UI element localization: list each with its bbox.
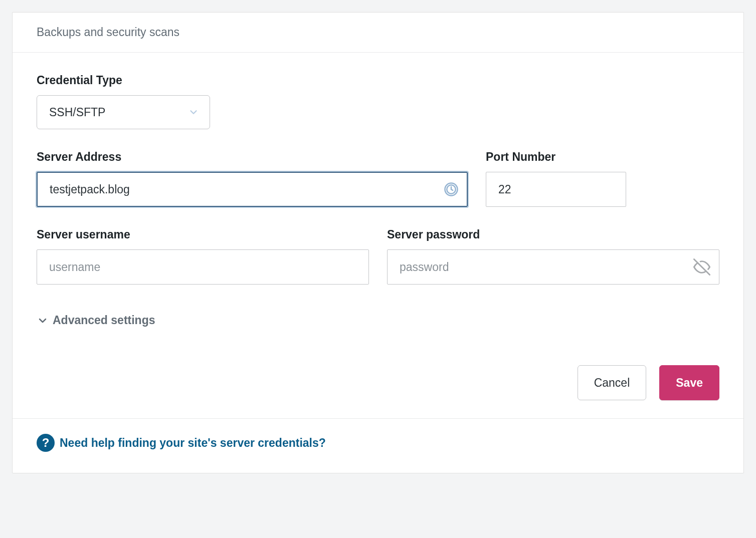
credential-type-select[interactable]: SSH/SFTP bbox=[37, 95, 210, 129]
credentials-panel: Backups and security scans Credential Ty… bbox=[12, 12, 744, 473]
port-number-field: Port Number bbox=[486, 150, 626, 207]
advanced-settings-label: Advanced settings bbox=[53, 314, 155, 327]
credential-type-select-wrap: SSH/SFTP bbox=[37, 95, 210, 129]
server-username-input[interactable] bbox=[37, 249, 369, 285]
question-circle-icon: ? bbox=[37, 434, 55, 452]
panel-header: Backups and security scans bbox=[13, 13, 743, 53]
server-address-input-wrap bbox=[37, 172, 468, 207]
credential-type-field: Credential Type SSH/SFTP bbox=[37, 74, 719, 129]
form-actions: Cancel Save bbox=[37, 365, 719, 400]
credential-type-label: Credential Type bbox=[37, 74, 719, 87]
server-address-input[interactable] bbox=[37, 172, 468, 207]
help-link-text: Need help finding your site's server cre… bbox=[60, 436, 326, 450]
save-button[interactable]: Save bbox=[659, 365, 719, 400]
server-username-field: Server username bbox=[37, 228, 369, 285]
advanced-settings-toggle[interactable]: Advanced settings bbox=[37, 311, 155, 330]
server-password-field: Server password bbox=[387, 228, 719, 285]
cancel-button[interactable]: Cancel bbox=[578, 365, 647, 400]
port-number-label: Port Number bbox=[486, 150, 626, 164]
clock-icon bbox=[444, 182, 459, 197]
panel-footer: ? Need help finding your site's server c… bbox=[13, 418, 743, 473]
address-port-row: Server Address Port Number bbox=[37, 150, 719, 207]
eye-off-icon[interactable] bbox=[693, 258, 710, 276]
server-password-label: Server password bbox=[387, 228, 719, 241]
server-username-label: Server username bbox=[37, 228, 369, 241]
chevron-down-icon bbox=[37, 315, 49, 327]
username-password-row: Server username Server password bbox=[37, 228, 719, 285]
server-password-input[interactable] bbox=[387, 249, 719, 285]
port-number-input[interactable] bbox=[486, 172, 626, 207]
server-address-field: Server Address bbox=[37, 150, 468, 207]
panel-title: Backups and security scans bbox=[37, 26, 719, 39]
help-link[interactable]: ? Need help finding your site's server c… bbox=[37, 434, 326, 452]
server-address-label: Server Address bbox=[37, 150, 468, 164]
panel-body: Credential Type SSH/SFTP Server Address bbox=[13, 53, 743, 418]
server-password-input-wrap bbox=[387, 249, 719, 285]
